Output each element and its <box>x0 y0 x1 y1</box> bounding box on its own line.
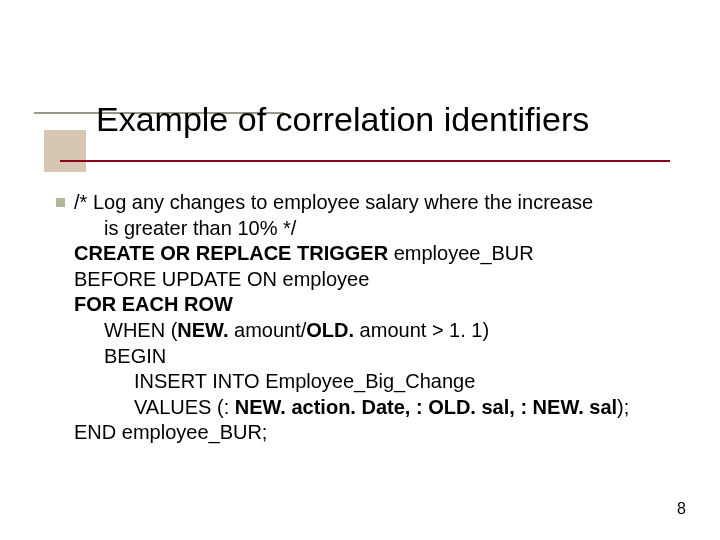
page-number: 8 <box>677 500 686 518</box>
when-line: WHEN (NEW. amount/OLD. amount > 1. 1) <box>74 318 674 344</box>
values-new-date: NEW. action. Date, <box>229 396 416 418</box>
comment-line-2: is greater than 10% */ <box>74 216 674 242</box>
create-keyword: CREATE OR REPLACE TRIGGER <box>74 242 394 264</box>
begin-line: BEGIN <box>74 344 674 370</box>
create-trigger-line: CREATE OR REPLACE TRIGGER employee_BUR <box>74 241 674 267</box>
values-old-sal: : OLD. sal, <box>416 396 520 418</box>
end-line: END employee_BUR; <box>74 420 674 446</box>
values-new-sal: : NEW. sal <box>520 396 617 418</box>
comment-line-1: /* Log any changes to employee salary wh… <box>74 190 674 216</box>
values-line: VALUES (: NEW. action. Date, : OLD. sal,… <box>74 395 674 421</box>
values-post: ); <box>617 396 629 418</box>
slide-body: /* Log any changes to employee salary wh… <box>74 190 674 446</box>
values-pre: VALUES (: <box>134 396 229 418</box>
bullet-icon <box>56 198 65 207</box>
before-update-line: BEFORE UPDATE ON employee <box>74 267 674 293</box>
when-new-kw: NEW. <box>177 319 228 341</box>
for-each-row-line: FOR EACH ROW <box>74 292 674 318</box>
create-name: employee_BUR <box>394 242 534 264</box>
when-mid: amount/ <box>228 319 306 341</box>
slide-title: Example of correlation identifiers <box>96 100 589 139</box>
underline-decor <box>60 160 670 162</box>
when-pre: WHEN ( <box>104 319 177 341</box>
when-old-kw: OLD. <box>306 319 354 341</box>
when-post: amount > 1. 1) <box>354 319 489 341</box>
slide: Example of correlation identifiers /* Lo… <box>0 0 720 540</box>
corner-square-decor <box>44 130 86 172</box>
insert-line: INSERT INTO Employee_Big_Change <box>74 369 674 395</box>
